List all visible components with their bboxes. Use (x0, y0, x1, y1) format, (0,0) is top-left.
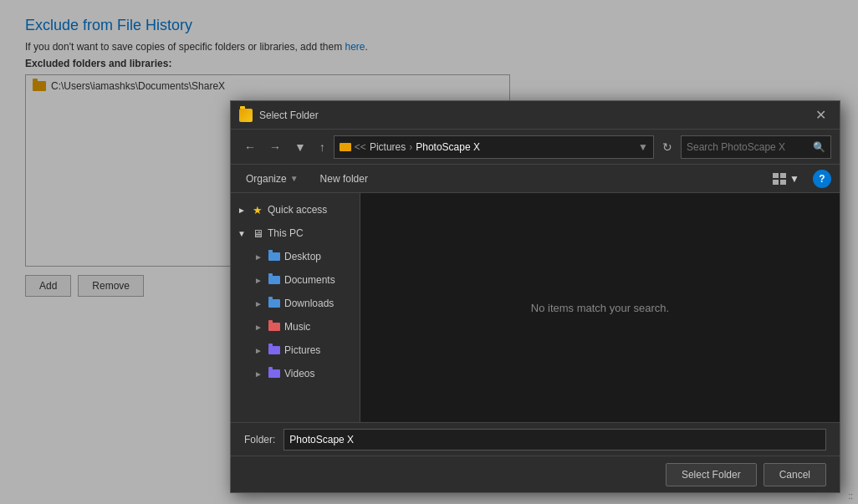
content-area: ► ★ Quick access ▼ 🖥 This PC ► (231, 193, 840, 422)
desktop-label: Desktop (284, 251, 353, 262)
folder-input[interactable] (283, 429, 826, 451)
downloads-chevron: ► (254, 299, 264, 308)
view-icon (773, 173, 786, 185)
search-icon[interactable]: 🔍 (813, 141, 825, 153)
search-input[interactable] (687, 141, 813, 153)
action-bar: Select Folder Cancel (231, 456, 840, 492)
organize-button[interactable]: Organize ▼ (239, 170, 305, 188)
main-content-area: No items match your search. (360, 193, 840, 422)
videos-label: Videos (284, 368, 353, 379)
documents-icon (268, 273, 281, 287)
select-folder-dialog: Select Folder ✕ ← → ▼ ↑ << Pictures › Ph… (230, 100, 840, 493)
videos-icon (268, 367, 281, 380)
breadcrumb-separator-2: › (409, 141, 412, 153)
tree-item-videos[interactable]: ► Videos (231, 362, 360, 385)
breadcrumb-folder-icon (340, 143, 351, 151)
music-icon (268, 320, 281, 333)
pictures-label: Pictures (284, 344, 353, 356)
tree-item-this-pc[interactable]: ▼ 🖥 This PC (231, 221, 360, 245)
this-pc-icon: 🖥 (251, 227, 264, 240)
tree-item-desktop[interactable]: ► Desktop (231, 245, 360, 268)
quick-access-icon: ★ (251, 203, 264, 216)
organize-dropdown-icon: ▼ (290, 174, 299, 183)
nav-tree: ► ★ Quick access ▼ 🖥 This PC ► (231, 193, 360, 422)
downloads-icon (268, 297, 281, 310)
tree-item-quick-access[interactable]: ► ★ Quick access (231, 198, 360, 221)
close-button[interactable]: ✕ (810, 107, 831, 124)
svg-rect-3 (780, 180, 786, 185)
search-box: 🔍 (681, 135, 831, 159)
videos-chevron: ► (254, 369, 264, 379)
dialog-title: Select Folder (259, 109, 319, 121)
address-bar: ← → ▼ ↑ << Pictures › PhotoScape X ▼ ↻ 🔍 (231, 130, 840, 165)
desktop-chevron: ► (254, 252, 264, 262)
organize-label: Organize (246, 173, 287, 185)
music-chevron: ► (254, 323, 264, 332)
pictures-icon (268, 344, 281, 357)
breadcrumb-dropdown-icon[interactable]: ▼ (638, 141, 648, 153)
breadcrumb-current[interactable]: PhotoScape X (416, 141, 480, 153)
tree-item-downloads[interactable]: ► Downloads (231, 292, 360, 315)
tree-item-documents[interactable]: ► Documents (231, 268, 360, 292)
resize-grip: :: (848, 491, 853, 501)
breadcrumb-bar[interactable]: << Pictures › PhotoScape X ▼ (334, 135, 654, 159)
documents-label: Documents (284, 274, 353, 286)
tree-item-music[interactable]: ► Music (231, 315, 360, 339)
refresh-button[interactable]: ↻ (657, 137, 677, 157)
pictures-chevron: ► (254, 346, 264, 355)
up-button[interactable]: ↑ (314, 138, 330, 156)
new-folder-label: New folder (320, 173, 368, 185)
dialog-icon (239, 109, 253, 122)
view-button[interactable]: ▼ (768, 170, 804, 188)
dialog-toolbar: Organize ▼ New folder ▼ ? (231, 165, 840, 193)
empty-message: No items match your search. (531, 302, 669, 314)
back-button[interactable]: ← (239, 138, 261, 156)
breadcrumb-pictures[interactable]: Pictures (370, 141, 406, 153)
select-folder-button[interactable]: Select Folder (666, 463, 757, 486)
view-dropdown-icon: ▼ (789, 173, 799, 185)
cancel-button[interactable]: Cancel (764, 463, 826, 486)
quick-access-label: Quick access (268, 204, 353, 216)
folder-label: Folder: (244, 434, 275, 445)
new-folder-button[interactable]: New folder (314, 170, 375, 188)
this-pc-label: This PC (268, 227, 353, 239)
music-label: Music (284, 321, 353, 333)
quick-access-chevron: ► (237, 206, 248, 215)
star-icon: ★ (253, 204, 263, 216)
dialog-title-bar: Select Folder ✕ (231, 101, 840, 130)
svg-rect-0 (773, 173, 779, 178)
documents-chevron: ► (254, 276, 264, 285)
svg-rect-1 (780, 173, 786, 178)
desktop-icon (268, 250, 281, 263)
forward-button[interactable]: → (264, 138, 286, 156)
tree-item-pictures[interactable]: ► Pictures (231, 339, 360, 362)
folder-name-bar: Folder: (231, 422, 840, 456)
this-pc-chevron: ▼ (237, 229, 248, 238)
downloads-label: Downloads (284, 298, 353, 309)
breadcrumb-separator-1: << (355, 141, 366, 153)
svg-rect-2 (773, 180, 779, 185)
title-bar-left: Select Folder (239, 109, 319, 122)
help-button[interactable]: ? (813, 170, 831, 188)
recent-locations-button[interactable]: ▼ (289, 138, 311, 156)
